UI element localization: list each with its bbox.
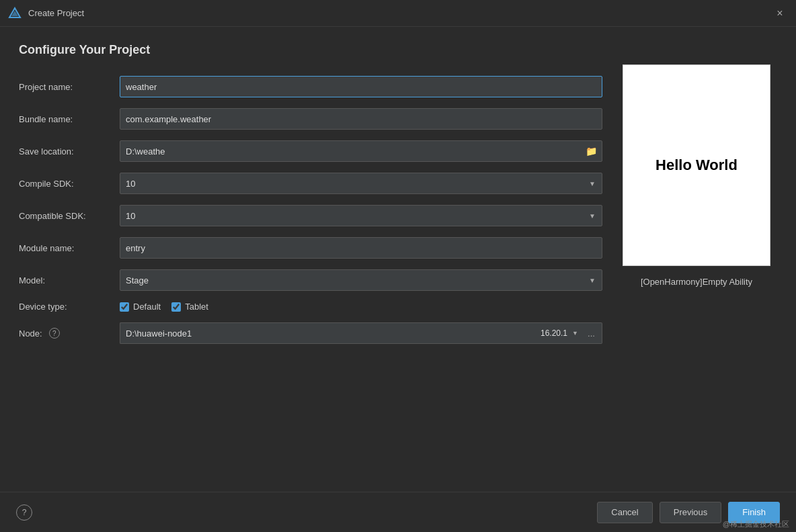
save-location-control: 📁 [120, 140, 602, 162]
save-location-label: Save location: [19, 146, 120, 157]
bundle-name-row: Bundle name: [19, 108, 602, 130]
window-title: Create Project [28, 8, 84, 18]
watermark: @稀土掘金技术社区 [723, 519, 789, 529]
model-select-wrapper: Stage FA [120, 269, 602, 291]
device-type-control: Default Tablet [120, 302, 602, 312]
module-name-input[interactable] [120, 237, 602, 259]
module-name-control [120, 237, 602, 259]
bundle-name-control [120, 108, 602, 130]
project-name-label: Project name: [19, 82, 120, 92]
page-title: Configure Your Project [19, 43, 602, 57]
module-name-label: Module name: [19, 243, 120, 253]
main-content: Configure Your Project Project name: Bun… [0, 27, 796, 532]
compile-sdk-select-wrapper: 10 11 12 [120, 173, 602, 194]
project-name-control [120, 76, 602, 97]
save-location-row: Save location: 📁 [19, 140, 602, 162]
model-label: Model: [19, 275, 120, 285]
compatible-sdk-select[interactable]: 10 11 12 [120, 205, 602, 226]
preview-frame: Hello World [623, 64, 770, 266]
node-label: Node: [19, 328, 45, 339]
previous-button[interactable]: Previous [660, 502, 722, 523]
app-logo [8, 7, 22, 20]
checkbox-default-label: Default [133, 302, 161, 312]
checkbox-tablet-label: Tablet [185, 302, 208, 312]
node-version-wrapper: 16.20.1 [527, 322, 581, 344]
bottom-help-icon[interactable]: ? [16, 504, 32, 521]
compatible-sdk-control: 10 11 12 [120, 205, 602, 226]
compatible-sdk-select-wrapper: 10 11 12 [120, 205, 602, 226]
module-name-row: Module name: [19, 237, 602, 259]
project-name-row: Project name: [19, 76, 602, 97]
left-panel: Configure Your Project Project name: Bun… [19, 43, 602, 516]
device-type-label: Device type: [19, 302, 120, 312]
node-label-group: Node: ? [19, 328, 120, 339]
checkbox-tablet-input[interactable] [171, 302, 181, 312]
bundle-name-label: Bundle name: [19, 114, 120, 124]
checkbox-default: Default [120, 302, 161, 312]
checkbox-tablet: Tablet [171, 302, 208, 312]
compile-sdk-select[interactable]: 10 11 12 [120, 173, 602, 194]
node-input-group: 16.20.1 ... [120, 322, 602, 344]
compile-sdk-control: 10 11 12 [120, 173, 602, 194]
compatible-sdk-row: Compatible SDK: 10 11 12 [19, 205, 602, 226]
title-bar: Create Project × [0, 0, 796, 27]
node-row: Node: ? 16.20.1 ... [19, 322, 602, 344]
checkbox-default-input[interactable] [120, 302, 129, 312]
node-browse-button[interactable]: ... [581, 322, 602, 344]
cancel-button[interactable]: Cancel [597, 502, 652, 523]
device-type-checkboxes: Default Tablet [120, 302, 602, 312]
form-area: Project name: Bundle name: Save location… [19, 76, 602, 516]
save-location-wrapper: 📁 [120, 140, 602, 162]
node-path-input[interactable] [120, 322, 527, 344]
preview-hello-text: Hello World [655, 157, 738, 174]
model-row: Model: Stage FA [19, 269, 602, 291]
compile-sdk-label: Compile SDK: [19, 179, 120, 189]
right-panel: Hello World [OpenHarmony]Empty Ability [616, 43, 777, 516]
bottom-bar: ? Cancel Previous Finish [0, 492, 796, 532]
save-location-input[interactable] [120, 140, 602, 162]
folder-icon[interactable]: 📁 [586, 146, 597, 157]
device-type-row: Device type: Default Tablet [19, 302, 602, 312]
model-select[interactable]: Stage FA [120, 269, 602, 291]
compile-sdk-row: Compile SDK: 10 11 12 [19, 173, 602, 194]
node-version-select[interactable]: 16.20.1 [527, 322, 581, 344]
compatible-sdk-label: Compatible SDK: [19, 211, 120, 221]
preview-template-label: [OpenHarmony]Empty Ability [641, 275, 752, 289]
project-name-input[interactable] [120, 76, 602, 97]
close-button[interactable]: × [772, 5, 788, 21]
node-help-icon[interactable]: ? [49, 328, 60, 339]
model-control: Stage FA [120, 269, 602, 291]
bundle-name-input[interactable] [120, 108, 602, 130]
